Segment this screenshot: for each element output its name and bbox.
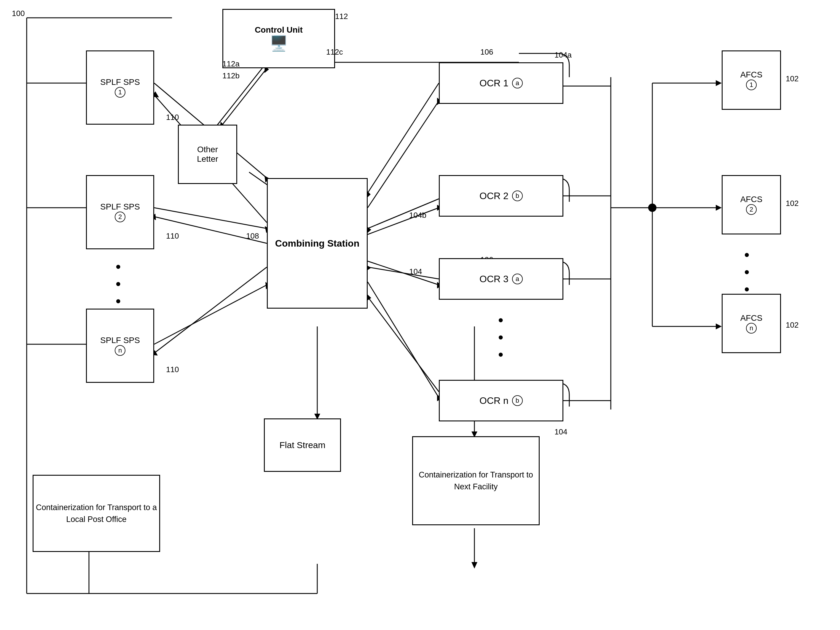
svg-line-18 xyxy=(154,267,267,353)
afcs-2-number: 2 xyxy=(746,204,757,215)
splf-sps-1-box: SPLF SPS 1 xyxy=(86,51,154,125)
afcs-n-box: AFCS n xyxy=(722,294,781,353)
afcs-n-number: n xyxy=(746,323,757,334)
ref-104a: 104a xyxy=(554,51,572,60)
ocr-dots: ••• xyxy=(498,312,505,363)
afcs-1-number: 1 xyxy=(746,79,757,90)
containerization-next-box: Containerization for Transport to Next F… xyxy=(412,436,540,525)
svg-line-22 xyxy=(368,208,439,234)
ocr-3-box: OCR 3 a xyxy=(439,258,564,300)
svg-line-10 xyxy=(154,208,267,228)
ocr-3-circle-a: a xyxy=(512,274,523,284)
ref-104-n: 104 xyxy=(554,427,567,437)
splf-sps-2-box: SPLF SPS 2 xyxy=(86,175,154,249)
ref-100: 100 xyxy=(12,9,25,18)
diagram-container: 100 Control Unit 🖥️ 112 112a 112b 112c O… xyxy=(0,0,840,630)
ref-110-2: 110 xyxy=(166,231,179,241)
afcs-n-label: AFCS xyxy=(741,313,763,323)
ref-108: 108 xyxy=(246,231,259,241)
svg-marker-66 xyxy=(471,562,477,568)
combining-station-box: Combining Station xyxy=(267,178,368,309)
splf-sps-n-box: SPLF SPS n xyxy=(86,309,154,383)
ocr-n-box: OCR n b xyxy=(439,380,564,421)
ocr-2-label: OCR 2 xyxy=(480,190,508,201)
splf-sps-n-number: n xyxy=(115,345,125,356)
ref-102-1: 102 xyxy=(786,74,799,83)
ocr-1-box: OCR 1 a xyxy=(439,62,564,104)
flat-stream-label: Flat Stream xyxy=(279,440,325,450)
afcs-1-box: AFCS 1 xyxy=(722,51,781,110)
ref-102-n: 102 xyxy=(786,320,799,330)
ocr-2-circle-b: b xyxy=(512,190,523,201)
splf-sps-1-label: SPLF SPS xyxy=(100,78,140,87)
splf-sps-2-label: SPLF SPS xyxy=(100,202,140,212)
svg-point-42 xyxy=(648,204,657,212)
afcs-2-label: AFCS xyxy=(741,195,763,204)
splf-sps-n-label: SPLF SPS xyxy=(100,336,140,345)
ocr-1-label: OCR 1 xyxy=(480,78,508,89)
ref-106-1: 106 xyxy=(480,47,493,57)
containerization-next-label: Containerization for Transport to Next F… xyxy=(413,469,539,493)
afcs-dots: ••• xyxy=(744,246,750,298)
ref-102-2: 102 xyxy=(786,199,799,208)
control-unit-label: Control Unit xyxy=(255,25,303,35)
svg-marker-45 xyxy=(716,80,722,86)
combining-station-label: Combining Station xyxy=(275,238,359,249)
svg-marker-47 xyxy=(716,205,722,211)
flat-stream-box: Flat Stream xyxy=(264,418,341,472)
afcs-1-label: AFCS xyxy=(741,70,763,79)
svg-line-30 xyxy=(368,199,439,228)
ref-112a: 112a xyxy=(223,59,240,68)
svg-line-34 xyxy=(368,297,439,392)
svg-marker-50 xyxy=(716,323,722,329)
ref-104: 104 xyxy=(409,267,422,276)
ref-112c: 112c xyxy=(326,47,343,57)
svg-line-32 xyxy=(368,267,439,279)
ocr-n-label: OCR n xyxy=(480,395,508,406)
afcs-2-box: AFCS 2 xyxy=(722,175,781,234)
ocr-n-circle-b: b xyxy=(512,395,523,406)
svg-line-24 xyxy=(368,261,439,285)
svg-line-20 xyxy=(368,101,439,208)
splf-dots: ••• xyxy=(116,258,122,310)
ocr-2-box: OCR 2 b xyxy=(439,175,564,217)
ocr-3-label: OCR 3 xyxy=(480,274,508,285)
other-letter-label: Other Letter xyxy=(197,145,218,164)
svg-line-28 xyxy=(368,83,439,193)
ref-110-1: 110 xyxy=(166,113,179,122)
splf-sps-2-number: 2 xyxy=(115,212,125,222)
ref-110-n: 110 xyxy=(166,365,179,374)
svg-line-26 xyxy=(368,282,439,398)
splf-sps-1-number: 1 xyxy=(115,87,125,98)
containerization-local-box: Containerization for Transport to a Loca… xyxy=(33,475,160,552)
ocr-1-circle-a: a xyxy=(512,78,523,89)
ref-112: 112 xyxy=(335,12,348,21)
ref-104b: 104b xyxy=(409,211,426,220)
ref-112b: 112b xyxy=(223,71,240,81)
svg-line-12 xyxy=(154,285,267,344)
containerization-local-label: Containerization for Transport to a Loca… xyxy=(33,502,159,526)
other-letter-box: Other Letter xyxy=(178,125,237,184)
